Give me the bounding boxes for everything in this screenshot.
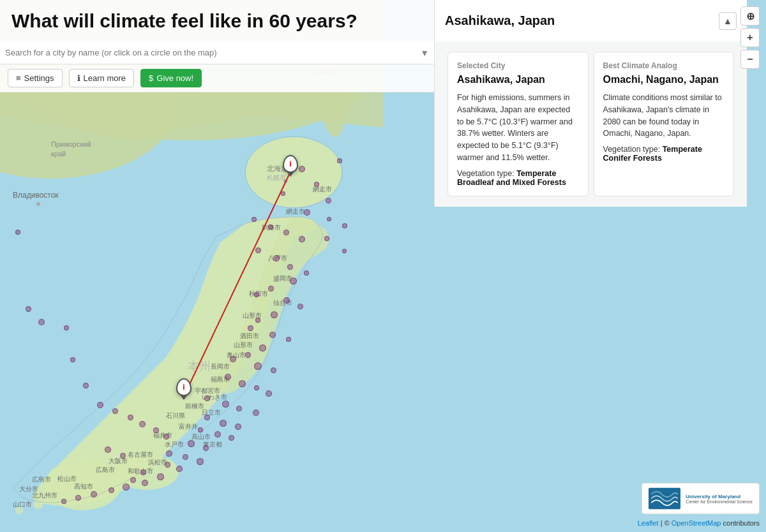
learn-more-button[interactable]: ℹ Learn more: [69, 69, 134, 87]
city-dot[interactable]: [314, 182, 319, 187]
city-dot[interactable]: [266, 390, 272, 397]
city-dot[interactable]: [225, 374, 231, 380]
locate-button[interactable]: ⊕: [740, 6, 760, 26]
svg-text:広島市: 広島市: [32, 476, 51, 483]
city-dot[interactable]: [268, 286, 274, 292]
city-dot[interactable]: [176, 466, 183, 472]
city-dot[interactable]: [287, 264, 293, 270]
city-dot[interactable]: [157, 473, 164, 480]
city-dot[interactable]: [220, 420, 227, 427]
city-dot[interactable]: [268, 225, 273, 230]
city-dot[interactable]: [91, 491, 97, 498]
city-dot[interactable]: [337, 158, 342, 163]
city-dot[interactable]: [235, 424, 241, 430]
leaflet-link[interactable]: Leaflet: [638, 519, 659, 527]
city-dot[interactable]: [248, 325, 253, 331]
city-dot[interactable]: [269, 332, 276, 338]
city-dot[interactable]: [304, 209, 310, 216]
city-dot[interactable]: [128, 415, 133, 420]
city-dot[interactable]: [204, 395, 210, 401]
city-dot[interactable]: [271, 311, 278, 318]
city-dot[interactable]: [97, 402, 103, 408]
city-dot[interactable]: [283, 297, 290, 304]
city-dot[interactable]: [229, 435, 234, 441]
search-input[interactable]: [5, 48, 420, 57]
city-dot[interactable]: [254, 362, 262, 370]
city-dot[interactable]: [299, 166, 305, 172]
city-dot[interactable]: [214, 431, 221, 438]
source-pin[interactable]: i: [283, 155, 298, 173]
city-dot[interactable]: [26, 306, 31, 312]
city-dot[interactable]: [254, 292, 259, 297]
target-pin-icon[interactable]: i: [176, 378, 192, 396]
city-dot[interactable]: [252, 217, 257, 222]
city-dot[interactable]: [236, 406, 242, 411]
city-dot[interactable]: [130, 477, 136, 483]
city-dot[interactable]: [83, 383, 89, 388]
city-dot[interactable]: [324, 236, 329, 241]
city-dot[interactable]: [342, 249, 347, 253]
city-dot[interactable]: [105, 447, 111, 453]
city-dot[interactable]: [61, 499, 66, 504]
city-dot[interactable]: [140, 469, 146, 475]
city-dot[interactable]: [283, 230, 289, 235]
city-dot[interactable]: [222, 401, 229, 408]
city-dot[interactable]: [109, 487, 114, 493]
svg-text:北九州市: 北九州市: [32, 492, 57, 499]
svg-text:網走市: 網走市: [285, 208, 305, 215]
city-dot[interactable]: [326, 198, 331, 203]
page-title: What will climate feel like in 60 years?: [11, 10, 357, 31]
city-dot[interactable]: [342, 223, 347, 228]
city-dot[interactable]: [255, 318, 260, 323]
city-dot[interactable]: [299, 236, 305, 242]
source-pin-icon[interactable]: i: [283, 155, 298, 173]
city-dot[interactable]: [304, 270, 309, 276]
city-dot[interactable]: [75, 495, 81, 501]
city-dot[interactable]: [165, 462, 170, 468]
city-dot[interactable]: [38, 319, 45, 325]
logo-area: University of Maryland Center for Enviro…: [642, 483, 760, 514]
zoom-in-button[interactable]: +: [740, 28, 760, 47]
city-dot[interactable]: [273, 255, 280, 262]
city-dot[interactable]: [163, 434, 169, 440]
city-dot[interactable]: [153, 427, 159, 433]
city-dot[interactable]: [123, 484, 130, 491]
city-dot[interactable]: [297, 304, 303, 309]
city-dot[interactable]: [239, 380, 246, 387]
city-dot[interactable]: [253, 410, 259, 416]
collapse-button[interactable]: ▲: [719, 12, 737, 30]
city-dot[interactable]: [139, 421, 146, 427]
city-dot[interactable]: [64, 325, 69, 330]
city-dot[interactable]: [142, 480, 148, 486]
city-dot[interactable]: [259, 344, 266, 351]
city-dot[interactable]: [15, 230, 20, 235]
city-dot[interactable]: [230, 356, 236, 362]
osm-link[interactable]: OpenStreetMap: [672, 519, 721, 527]
settings-button[interactable]: ≡ Settings: [8, 69, 63, 87]
city-dot[interactable]: [70, 357, 75, 362]
city-dot[interactable]: [271, 367, 276, 373]
city-dot[interactable]: [286, 337, 291, 342]
city-dot[interactable]: [281, 191, 285, 196]
city-dot[interactable]: [204, 415, 210, 420]
city-dot[interactable]: [254, 385, 259, 390]
city-dot[interactable]: [120, 453, 126, 459]
city-dot[interactable]: [188, 440, 195, 447]
zoom-out-button[interactable]: −: [740, 50, 760, 69]
info-panel: Selected City Asahikawa, Japan For high …: [434, 41, 747, 207]
city-dot[interactable]: [290, 277, 297, 284]
give-now-button[interactable]: $ Give now!: [140, 69, 202, 87]
city-dot[interactable]: [166, 450, 172, 457]
city-dot[interactable]: [198, 427, 203, 432]
city-dot[interactable]: [112, 408, 118, 414]
svg-text:広島市: 広島市: [96, 466, 115, 473]
city-dot[interactable]: [327, 217, 331, 221]
city-dot[interactable]: [183, 454, 188, 460]
toolbar: ≡ Settings ℹ Learn more $ Give now!: [0, 64, 434, 92]
target-pin[interactable]: i: [176, 378, 192, 396]
city-dot[interactable]: [245, 352, 251, 358]
city-dot[interactable]: [255, 248, 261, 253]
city-panel-header[interactable]: Asahikawa, Japan ▲: [434, 0, 747, 41]
city-dot[interactable]: [203, 445, 209, 451]
city-dot[interactable]: [197, 458, 204, 465]
